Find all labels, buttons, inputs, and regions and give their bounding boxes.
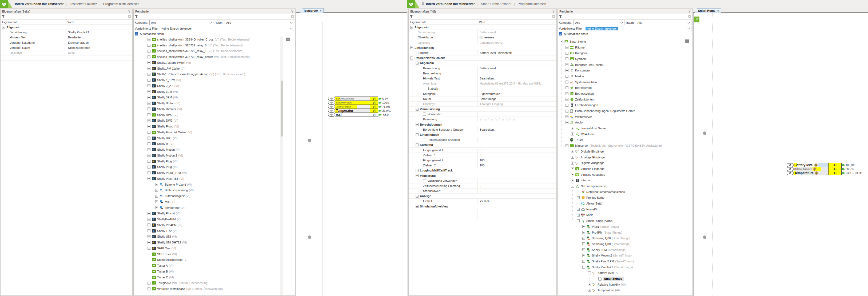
property-section-einstellungen[interactable]: − Einstellungen [409,132,556,137]
tree-item-miniserver[interactable]: −Miniserver(Technikraum Subverteiler R03… [558,143,692,149]
expand-icon[interactable]: + [565,75,568,77]
tree-item-shelly-motion[interactable]: +Shelly Motion(VI) [134,147,295,153]
expand-icon[interactable]: + [148,212,150,215]
collapse-icon[interactable]: − [582,266,585,268]
gear-icon[interactable] [787,163,794,167]
tree-item-shelly1pm-1wire[interactable]: +Shelly1PM 1Wire(VI) [134,66,295,71]
property-section-referenziertes-objekt[interactable]: − Referenziertes Objekt [409,56,556,61]
collapse-icon[interactable]: − [565,121,568,124]
gear-icon[interactable] [328,109,335,112]
expand-icon[interactable]: + [565,57,568,60]
tree-item-taster-a[interactable]: Taster A(VI) [134,263,295,268]
expand-section-toggle[interactable]: + [415,169,418,172]
expand-icon[interactable]: + [148,229,150,232]
property-row-beschreibung[interactable]: Beschreibung [409,71,556,76]
property-row-eingangswert-2[interactable]: Eingangswert 2 100 [409,158,556,163]
gear-icon[interactable] [787,171,794,175]
pin-icon[interactable] [128,10,131,13]
tree-item-luftfeuchtigkeit[interactable]: +Luftfeuchtigkeit(VI) [134,193,295,199]
tab-testserver[interactable]: Testserver × [300,8,323,13]
io-row-rssi[interactable]: rssiVI-65,0 [328,112,391,117]
property-section-korrektur[interactable]: − Korrektur [409,142,556,147]
expand-icon[interactable]: + [148,73,150,76]
tree-item-shelly-1-1pm[interactable]: +Shelly 1_1PM(VI) [134,77,295,83]
expand-icon[interactable]: + [582,231,585,234]
tree-item-shelly-motion-2[interactable]: +Shelly Motion 2(SmartThings) [558,253,692,258]
tree-item-r-ume[interactable]: +Räume [558,44,692,51]
tree-item-shellies-shellyswitch-32b722-relay-1[interactable]: +shellies_shellyswitch-32B722_relay_1(VI… [134,48,295,54]
tree-item-digitale-ausg-nge[interactable]: +Digitale Ausgänge [558,160,692,166]
tab-close-icon[interactable]: × [320,9,321,12]
collapse-section-toggle[interactable]: − [415,133,418,136]
tree-item-shelly-plus-h-t[interactable]: −Shelly Plus H&T(SmartThings) [558,264,692,270]
expand-icon[interactable]: + [588,283,591,286]
validierung-verwenden-checkbox[interactable] [423,179,426,183]
clear-filter-icon[interactable] [688,15,691,19]
gear-icon[interactable] [328,101,335,104]
expand-icon[interactable]: + [155,206,158,209]
statistik-checkbox[interactable] [423,87,426,90]
expand-icon[interactable]: + [577,196,580,199]
expand-icon[interactable]: + [148,50,150,53]
properties-filter-input[interactable] [409,14,556,20]
verwenden-checkbox[interactable] [423,112,426,116]
collapse-section-toggle[interactable]: − [415,143,418,146]
expand-icon[interactable]: + [571,156,574,159]
expand-icon[interactable]: + [148,119,150,122]
tree-item-shelly-dw2[interactable]: +Shelly DW2(VI) [134,118,295,124]
tree-item-shelly-plus-2-pm[interactable]: +Shelly Plus 2 PM(SmartThings) [558,258,692,264]
property-row-bezeichnung[interactable]: Bezeichnung Battery level [409,30,556,35]
expand-icon[interactable]: + [148,288,150,290]
tree-item-merker[interactable]: +MMerker [558,73,692,79]
property-section-einstellungen[interactable]: − Einstellungen [409,45,556,51]
property-row-validierung-verwenden[interactable]: Validierung verwenden [409,178,556,184]
property-row-bezeichnung[interactable]: Bezeichnung Battery level [409,66,556,71]
pin-icon[interactable] [688,10,691,13]
property-row-vorgabe-kategorie[interactable]: Vorgabe: Kategorie Eigenverbrauch [1,40,132,45]
tree-item-shelly-plus1-1pm[interactable]: +Shelly Plus1_1PM(VI) [134,170,295,176]
tree-item-netzwerk-interkommunikation[interactable]: Netzwerk Interkommunikation [558,189,692,195]
color-swatch[interactable] [479,36,483,39]
expand-icon[interactable]: + [582,260,585,263]
property-row-bezeichnung[interactable]: Bezeichnung Shelly Plus H&T [1,30,132,35]
property-row-objektfarbe[interactable]: Objektfarbe eeeeee [409,35,556,40]
tree-item-fernbedienungen[interactable]: +Fernbedienungen [558,102,692,108]
property-row-raum[interactable]: Raum SmartThings [409,97,556,102]
raum-select[interactable]: Alle [636,20,691,25]
property-row-statistik[interactable]: Statistik [409,86,556,91]
expand-icon[interactable]: + [148,166,150,168]
expand-icon[interactable]: + [155,183,158,186]
tree-item-virtuelle-ausg-nge[interactable]: +Virtuelle Ausgänge [558,172,692,177]
expand-icon[interactable]: + [148,235,150,238]
property-section-allgemein[interactable]: − Allgemein [409,61,556,66]
tree-item-netzwerkperipherie[interactable]: −Netzwerkperipherie [558,183,692,189]
page-canvas[interactable]: BatteriespannungVI6,2VBatterie ProzentVI… [296,13,407,296]
property-row-vorgabe-raum[interactable]: Vorgabe: Raum Nicht zugeordnet [1,45,132,51]
tree-item-shelly1-relais-r-ckmeldung-per-action[interactable]: +Shelly1 Relais Rückmeldung per Action(V… [134,71,295,77]
tree-item-benutzer-und-rechte[interactable]: +Benutzer und Rechte [558,62,692,68]
expand-icon[interactable]: + [148,218,150,221]
expand-icon[interactable]: + [588,289,591,292]
expand-icon[interactable]: + [565,98,568,101]
collapse-section-toggle[interactable]: − [415,108,418,111]
tree-item-shelly-3em[interactable]: +Shelly 3EM(VI) [134,95,295,101]
tree-item-shelly-plug[interactable]: +Shelly Plug(VI) [134,158,295,164]
collapse-icon[interactable]: − [577,220,580,222]
expand-icon[interactable]: + [148,67,150,70]
property-section-berechtigungen[interactable]: − Berechtigungen [409,122,556,127]
expand-icon[interactable]: + [148,96,150,99]
io-row-batteriespannung[interactable]: BatteriespannungVI6,2V [328,97,391,101]
property-row-eingangswert-1[interactable]: Eingangswert 1 0 [409,148,556,153]
tree-item-miele[interactable]: +MieleMiele [558,212,692,218]
tree-item-shellypro4pm[interactable]: +ShellyPro4PM(VI) [134,216,295,222]
expand-icon[interactable]: + [155,200,158,203]
tree-item-pro4pm[interactable]: +Pro4PM(SmartThings) [558,230,692,235]
tree-item-virtueller-testeingang[interactable]: +Virtueller Testeingang(VI) (Zentral, Üb… [134,286,295,292]
clear-filter-icon[interactable] [128,15,131,19]
property-section-allgemein[interactable]: − Allgemein [409,25,556,30]
tree-item-taster-c[interactable]: Taster C(VI) [134,274,295,280]
tree-item-rssi[interactable]: +rssi(VI) [134,199,295,205]
tree-item-trusts[interactable]: Trusts [558,137,692,143]
expand-icon[interactable]: + [148,241,150,244]
tree-item-shelly-3em[interactable]: +Shelly 3EM(SmartThings) [558,247,692,253]
